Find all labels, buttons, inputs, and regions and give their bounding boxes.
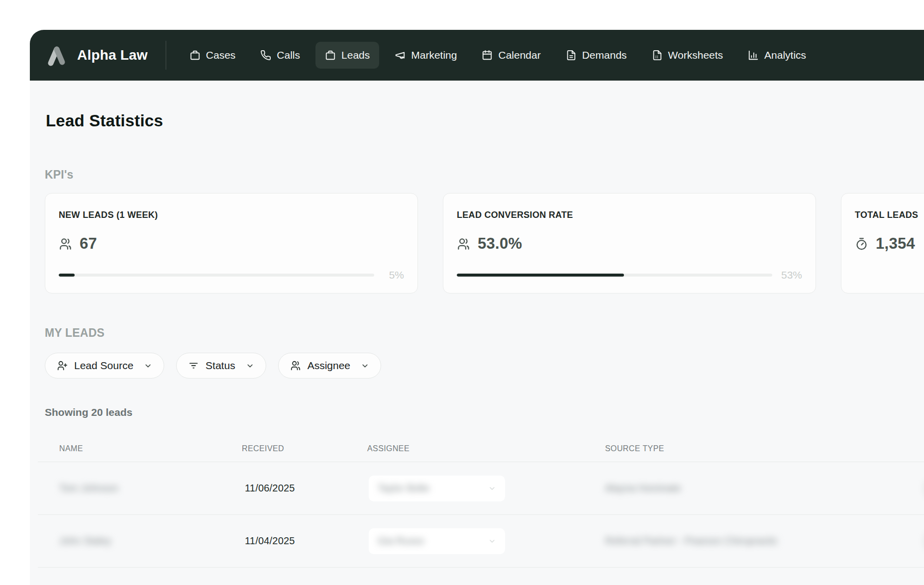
table-row[interactable]: John Staley 11/04/2025 Gia Russo Referra… bbox=[38, 515, 924, 568]
progress-track bbox=[59, 274, 374, 277]
alpha-law-logo-icon bbox=[45, 43, 69, 67]
nav-label: Calendar bbox=[498, 49, 540, 61]
column-header-received: RECEIVED bbox=[234, 444, 360, 453]
nav-item-marketing[interactable]: Marketing bbox=[385, 42, 466, 69]
chevron-down-icon bbox=[361, 362, 369, 370]
nav-item-calls[interactable]: Calls bbox=[251, 42, 309, 69]
progress-fill bbox=[457, 274, 624, 277]
progress-fill bbox=[59, 274, 75, 277]
users-icon bbox=[59, 237, 72, 251]
nav-item-demands[interactable]: Demands bbox=[556, 42, 636, 69]
chevron-down-icon bbox=[488, 537, 496, 545]
assignee-select[interactable]: Gia Russo bbox=[369, 528, 505, 554]
kpi-progress: 53% bbox=[457, 269, 802, 281]
kpi-card-value: 67 bbox=[80, 235, 97, 253]
user-plus-icon bbox=[57, 360, 68, 371]
filter-label: Assignee bbox=[308, 360, 350, 372]
nav-item-leads[interactable]: Leads bbox=[315, 42, 379, 69]
kpi-card-label: NEW LEADS (1 WEEK) bbox=[59, 210, 404, 220]
stopwatch-icon bbox=[855, 237, 868, 251]
file-text-icon bbox=[566, 50, 577, 61]
nav-label: Calls bbox=[277, 49, 300, 61]
nav-item-worksheets[interactable]: Worksheets bbox=[642, 42, 733, 69]
kpi-card-value: 53.0% bbox=[478, 235, 522, 253]
kpi-card-conversion-rate: LEAD CONVERSION RATE 53.0% 53% bbox=[443, 193, 816, 293]
main-nav: Cases Calls Leads Marketing Calendar Dem… bbox=[180, 42, 816, 69]
chevron-down-icon bbox=[144, 362, 152, 370]
assignee-name-redacted: Taylor Bolte bbox=[378, 483, 430, 494]
nav-label: Demands bbox=[582, 49, 627, 61]
kpi-card-label: TOTAL LEADS bbox=[855, 210, 924, 220]
users-icon bbox=[457, 237, 470, 251]
progress-percent-label: 53% bbox=[772, 269, 802, 281]
calendar-icon bbox=[482, 50, 493, 61]
nav-divider bbox=[166, 41, 166, 70]
nav-label: Marketing bbox=[411, 49, 457, 61]
assignee-select[interactable]: Taylor Bolte bbox=[369, 476, 505, 501]
nav-label: Worksheets bbox=[668, 49, 723, 61]
lead-name-redacted: Tom Johnson bbox=[52, 483, 234, 494]
briefcase-icon bbox=[190, 50, 201, 61]
filter-label: Status bbox=[205, 360, 235, 372]
column-header-assignee: ASSIGNEE bbox=[360, 444, 598, 453]
nav-label: Analytics bbox=[764, 49, 806, 61]
phone-icon bbox=[260, 50, 271, 61]
column-header-name: NAME bbox=[52, 444, 234, 453]
chevron-down-icon bbox=[246, 362, 254, 370]
kpi-card-total-leads: TOTAL LEADS 1,354 bbox=[841, 193, 924, 293]
briefcase-icon bbox=[325, 50, 336, 61]
status-filter-button[interactable]: Status bbox=[176, 353, 266, 379]
filter-lines-icon bbox=[188, 360, 199, 371]
nav-label: Leads bbox=[341, 49, 370, 61]
kpi-section-label: KPI's bbox=[45, 168, 924, 182]
kpi-progress: 5% bbox=[59, 269, 404, 281]
column-header-source-type: SOURCE TYPE bbox=[598, 444, 920, 453]
column-header-source-clipped: SO bbox=[920, 444, 924, 453]
nav-label: Cases bbox=[206, 49, 236, 61]
table-row[interactable]: Tom Johnson 11/06/2025 Taylor Bolte Alay… bbox=[38, 462, 924, 515]
source-type-redacted: Referral Partner - Pearson Chiropractic bbox=[598, 535, 920, 547]
assignee-name-redacted: Gia Russo bbox=[378, 535, 424, 547]
table-row-partial bbox=[38, 568, 924, 580]
kpi-card-new-leads: NEW LEADS (1 WEEK) 67 5% bbox=[45, 193, 418, 293]
megaphone-icon bbox=[395, 50, 406, 61]
progress-percent-label: 5% bbox=[374, 269, 404, 281]
users-icon bbox=[290, 360, 301, 371]
bar-chart-icon bbox=[748, 50, 759, 61]
top-navigation-bar: Alpha Law Cases Calls Leads Marketing bbox=[30, 30, 924, 81]
my-leads-section-label: MY LEADS bbox=[45, 326, 924, 340]
leads-count-text: Showing 20 leads bbox=[45, 406, 924, 418]
lead-received-date: 11/04/2025 bbox=[234, 535, 360, 547]
kpi-card-label: LEAD CONVERSION RATE bbox=[457, 210, 802, 220]
filters-row: Lead Source Status Assignee bbox=[45, 353, 924, 379]
brand-name: Alpha Law bbox=[77, 47, 148, 63]
nav-item-calendar[interactable]: Calendar bbox=[472, 42, 550, 69]
file-grid-icon bbox=[652, 50, 663, 61]
lead-name-redacted: John Staley bbox=[52, 535, 234, 547]
progress-track bbox=[457, 274, 772, 277]
main-content: Lead Statistics KPI's NEW LEADS (1 WEEK)… bbox=[30, 111, 924, 580]
table-header-row: NAME RECEIVED ASSIGNEE SOURCE TYPE SO bbox=[38, 435, 924, 462]
kpi-cards-row: NEW LEADS (1 WEEK) 67 5% LEAD CONVERSION… bbox=[45, 193, 924, 293]
filter-label: Lead Source bbox=[74, 360, 133, 372]
nav-item-analytics[interactable]: Analytics bbox=[738, 42, 816, 69]
page-title: Lead Statistics bbox=[46, 111, 924, 130]
kpi-card-value: 1,354 bbox=[876, 235, 915, 253]
assignee-filter-button[interactable]: Assignee bbox=[278, 353, 381, 379]
source-type-redacted: Alayna Hominate bbox=[598, 483, 920, 494]
leads-table: NAME RECEIVED ASSIGNEE SOURCE TYPE SO To… bbox=[38, 435, 924, 580]
lead-received-date: 11/06/2025 bbox=[234, 483, 360, 494]
chevron-down-icon bbox=[488, 485, 496, 492]
lead-source-filter-button[interactable]: Lead Source bbox=[45, 353, 164, 379]
brand[interactable]: Alpha Law bbox=[45, 43, 148, 67]
nav-item-cases[interactable]: Cases bbox=[180, 42, 245, 69]
app-window: Alpha Law Cases Calls Leads Marketing bbox=[30, 30, 924, 585]
